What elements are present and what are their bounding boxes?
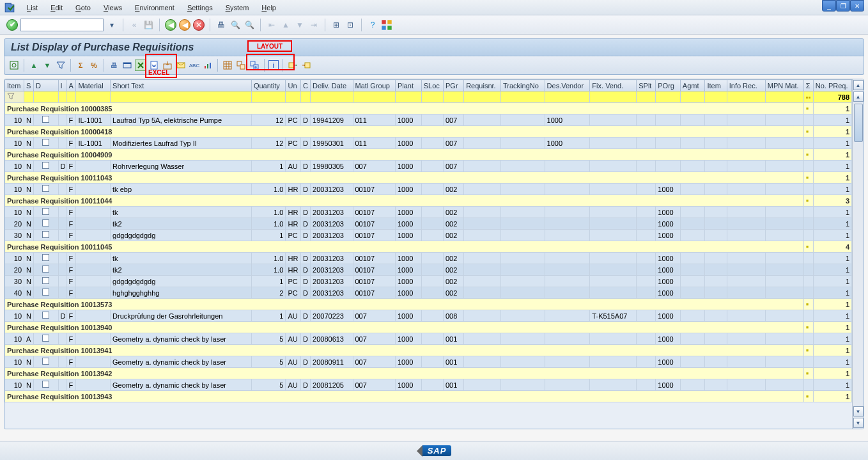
- checkbox[interactable]: [42, 219, 49, 226]
- table-row[interactable]: 20NFtk21.0HRD2003120300107100000210001: [5, 218, 852, 230]
- maximize-button[interactable]: ❐: [836, 0, 850, 12]
- exit-icon[interactable]: ◀: [179, 19, 190, 31]
- details-icon[interactable]: [8, 59, 20, 71]
- column-header[interactable]: A: [66, 80, 76, 91]
- abc-icon[interactable]: ABC: [189, 59, 200, 71]
- table-row[interactable]: 10NFtk1.0HRD2003120300107100000210001: [5, 207, 852, 218]
- print-icon[interactable]: 🖶: [215, 19, 227, 31]
- checkbox[interactable]: [42, 358, 49, 365]
- column-header[interactable]: Requisnr.: [464, 80, 501, 91]
- customize-icon[interactable]: [381, 19, 392, 31]
- change-layout-icon[interactable]: [222, 59, 233, 71]
- scroll-thumb[interactable]: [854, 104, 863, 142]
- find-icon[interactable]: 🔍: [229, 19, 241, 31]
- session-icon[interactable]: [4, 3, 15, 13]
- column-header[interactable]: Agmt: [680, 80, 705, 91]
- menu-list[interactable]: List: [27, 4, 38, 12]
- column-header[interactable]: S: [24, 80, 34, 91]
- checkbox[interactable]: [42, 254, 49, 261]
- column-header[interactable]: Item: [5, 80, 24, 91]
- group-header[interactable]: Purchase Requisition 10000385▪1: [5, 103, 852, 115]
- column-header[interactable]: Σ: [803, 80, 813, 91]
- column-header[interactable]: TrackingNo: [501, 80, 545, 91]
- enter-button[interactable]: ✔: [6, 19, 18, 31]
- cancel-icon[interactable]: ✕: [193, 19, 205, 31]
- total-icon[interactable]: Σ: [75, 59, 86, 71]
- view-icon[interactable]: [121, 59, 133, 71]
- find-next-icon[interactable]: 🔍: [244, 19, 255, 31]
- minimize-button[interactable]: _: [822, 0, 836, 12]
- table-header[interactable]: ItemSDIAMaterialShort TextQuantityUnCDel…: [5, 80, 852, 91]
- column-header[interactable]: Plant: [395, 80, 421, 91]
- column-header[interactable]: Quantity: [251, 80, 286, 91]
- checkbox[interactable]: [42, 277, 49, 284]
- vertical-scrollbar[interactable]: ▲ ▲ ▼ ▼: [852, 79, 864, 429]
- checkbox[interactable]: [42, 289, 49, 296]
- column-header[interactable]: D: [34, 80, 59, 91]
- column-header[interactable]: Matl Group: [353, 80, 395, 91]
- checkbox[interactable]: [42, 335, 49, 342]
- column-header[interactable]: Short Text: [111, 80, 252, 91]
- table-row[interactable]: 10NFGeometry a. dynamic check by laser5A…: [5, 379, 852, 391]
- menu-edit[interactable]: Edit: [50, 4, 63, 12]
- group-header[interactable]: Purchase Requisition 10000418▪1: [5, 126, 852, 138]
- column-header[interactable]: Fix. Vend.: [590, 80, 637, 91]
- menu-system[interactable]: System: [226, 4, 249, 12]
- checkbox[interactable]: [42, 116, 49, 123]
- print-preview-icon[interactable]: 🖶: [108, 59, 120, 71]
- group-header[interactable]: Purchase Requisition 10013943▪1: [5, 391, 852, 402]
- scroll-up-icon[interactable]: ▲: [853, 91, 864, 102]
- sort-desc-icon[interactable]: ▼: [42, 59, 53, 71]
- checkbox[interactable]: [42, 162, 49, 169]
- table-row[interactable]: 10NFtk ebp1.0HRD200312030010710000021000…: [5, 184, 852, 195]
- dropdown-icon[interactable]: ▾: [106, 19, 118, 31]
- column-header[interactable]: PGr: [443, 80, 463, 91]
- table-row[interactable]: 20NFtk21.0HRD2003120300107100000210001: [5, 264, 852, 276]
- group-header[interactable]: Purchase Requisition 10013941▪1: [5, 345, 852, 356]
- column-header[interactable]: MPN Mat.: [765, 80, 803, 91]
- help-icon[interactable]: ?: [367, 19, 378, 31]
- table-row[interactable]: 10AFGeometry a. dynamic check by laser5A…: [5, 333, 852, 345]
- checkbox[interactable]: [42, 208, 49, 215]
- menu-help[interactable]: Help: [261, 4, 276, 12]
- group-header[interactable]: Purchase Requisition 10013940▪1: [5, 322, 852, 333]
- checkbox[interactable]: [42, 231, 49, 238]
- checkbox[interactable]: [42, 266, 49, 273]
- table-row[interactable]: 40NFhghghgghghhg2PCD20031203001071000002…: [5, 287, 852, 299]
- scroll-up-icon[interactable]: ▲: [853, 80, 864, 90]
- menu-settings[interactable]: Settings: [187, 4, 213, 12]
- table-row[interactable]: 10NFIL-1001Modifiziertes Laufrad Typ II1…: [5, 138, 852, 149]
- back-double-icon[interactable]: «: [128, 19, 140, 31]
- checkbox[interactable]: [42, 312, 49, 319]
- checkbox[interactable]: [42, 381, 49, 388]
- new-session-icon[interactable]: ⊞: [330, 19, 342, 31]
- menu-environment[interactable]: Environment: [135, 4, 174, 12]
- scroll-down-icon[interactable]: ▼: [853, 418, 864, 428]
- column-header[interactable]: Material: [76, 80, 111, 91]
- group-header[interactable]: Purchase Requisition 10013573▪1: [5, 299, 852, 310]
- subtotal-icon[interactable]: %: [88, 59, 100, 71]
- table-row[interactable]: 30NFgdgdgdgdgdg1PCD200312030010710000021…: [5, 230, 852, 241]
- close-button[interactable]: ✕: [850, 0, 864, 12]
- column-header[interactable]: SLoc: [421, 80, 443, 91]
- table-row[interactable]: 10NDFRohrverlegung Wasser1AUD19980305007…: [5, 161, 852, 172]
- group-header[interactable]: Purchase Requisition 10004909▪1: [5, 149, 852, 161]
- sort-asc-icon[interactable]: ▲: [28, 59, 40, 71]
- graphic-icon[interactable]: [202, 59, 213, 71]
- column-header[interactable]: C: [301, 80, 311, 91]
- column-header[interactable]: Deliv. Date: [311, 80, 353, 91]
- group-header[interactable]: Purchase Requisition 10011043▪1: [5, 172, 852, 184]
- column-header[interactable]: I: [58, 80, 66, 91]
- column-header[interactable]: Info Rec.: [727, 80, 765, 91]
- assignments-icon[interactable]: [300, 59, 312, 71]
- column-header[interactable]: No. PReq.: [813, 80, 851, 91]
- command-field[interactable]: [20, 19, 104, 31]
- table-row[interactable]: 30NFgdgdgdgdgdg1PCD200312030010710000021…: [5, 276, 852, 287]
- checkbox[interactable]: [42, 139, 49, 146]
- group-header[interactable]: Purchase Requisition 10011045▪4: [5, 241, 852, 253]
- column-header[interactable]: Item: [705, 80, 727, 91]
- table-row[interactable]: 10NDFDruckprüfung der Gasrohrleitungen1A…: [5, 310, 852, 322]
- table-row[interactable]: 10NFGeometry a. dynamic check by laser5A…: [5, 356, 852, 368]
- group-header[interactable]: Purchase Requisition 10013942▪1: [5, 368, 852, 379]
- back-icon[interactable]: ◀: [165, 19, 176, 31]
